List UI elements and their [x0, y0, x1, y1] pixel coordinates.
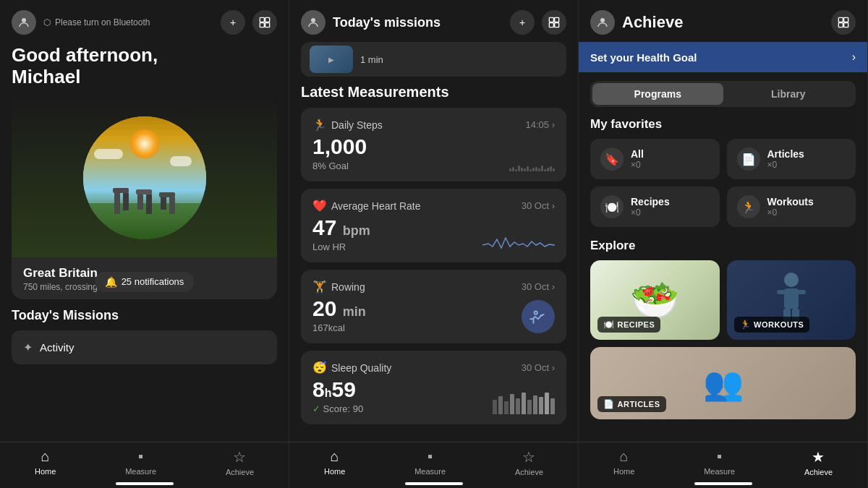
p3-nav-home[interactable]: ⌂ Home — [613, 448, 634, 476]
tab-programs[interactable]: Programs — [592, 83, 723, 105]
p2-nav-achieve[interactable]: ☆ Achieve — [515, 448, 543, 476]
sleep-meta: 30 Oct › — [522, 362, 555, 373]
explore-grid: 🥗 🍽️ RECIPES — [590, 260, 856, 419]
hr-title: Average Heart Rate — [331, 200, 420, 212]
add-button[interactable]: + — [221, 10, 245, 35]
fav-workouts[interactable]: 🏃 Workouts ×0 — [727, 187, 856, 227]
hr-sub: Low HR — [312, 241, 370, 252]
health-goal-text: Set your Health Goal — [590, 51, 697, 64]
workouts-label-text: WORKOUTS — [754, 320, 804, 329]
preview-card[interactable]: ▶ 1 min — [301, 42, 566, 77]
svg-rect-8 — [549, 23, 553, 27]
achieve-icon: ☆ — [233, 448, 246, 466]
fav-all[interactable]: 🔖 All ×0 — [590, 139, 720, 179]
p2-nav-home[interactable]: ⌂ Home — [324, 448, 345, 476]
rowing-value-area: 20 min 167kcal — [312, 296, 366, 333]
steps-title-row: 🏃 Daily Steps — [312, 118, 383, 132]
hr-wave-chart — [482, 231, 555, 252]
steps-meta: 14:05 › — [526, 119, 555, 130]
achieve-tabs: Programs Library — [590, 81, 856, 107]
card-image — [12, 98, 277, 257]
explore-articles[interactable]: 👥 📄 ARTICLES — [590, 347, 856, 419]
bluetooth-row: ⬡ Please turn on Bluetooth — [43, 17, 221, 27]
journey-card[interactable]: Great Britain 750 miles, crossing Great … — [12, 98, 277, 299]
fav-articles-count: ×0 — [767, 160, 804, 170]
p3-nav-achieve[interactable]: ★ Achieve — [804, 448, 833, 476]
heart-rate-card[interactable]: ❤️ Average Heart Rate 30 Oct › 47 bpm Lo… — [301, 189, 566, 262]
fav-recipes[interactable]: 🍽️ Recipes ×0 — [590, 187, 720, 227]
articles-label-text: ARTICLES — [618, 400, 660, 408]
workouts-label: 🏃 WORKOUTS — [734, 317, 810, 333]
panel3-header-left: Achieve — [590, 10, 683, 35]
rowing-icon: 🏋️ — [312, 280, 327, 294]
rowing-header: 🏋️ Rowing 30 Oct › — [312, 280, 555, 294]
sleep-sub: ✓ Score: 90 — [312, 403, 363, 414]
p2-settings-button[interactable] — [542, 10, 566, 35]
svg-point-16 — [784, 273, 799, 287]
rowing-title-row: 🏋️ Rowing — [312, 280, 365, 294]
p3-nav-measure-label: Measure — [704, 467, 735, 476]
svg-point-0 — [22, 18, 26, 22]
rowing-body: 20 min 167kcal — [312, 296, 555, 333]
p3-home-icon: ⌂ — [620, 448, 629, 465]
fav-recipes-icon-circle: 🍽️ — [600, 195, 624, 218]
explore-workouts[interactable]: 🏃 WORKOUTS — [727, 260, 856, 340]
steps-icon: 🏃 — [312, 118, 327, 132]
p2-measure-icon: ▪ — [427, 448, 433, 465]
greeting-area: Good afternoon,Michael — [0, 42, 289, 95]
tab-library[interactable]: Library — [723, 83, 854, 105]
p3-home-indicator — [694, 482, 752, 485]
bottom-nav: ⌂ Home ▪ Measure ☆ Achieve — [0, 442, 289, 488]
svg-rect-7 — [555, 17, 559, 22]
rowing-card[interactable]: 🏋️ Rowing 30 Oct › 20 min 167kcal — [301, 270, 566, 343]
nav-measure[interactable]: ▪ Measure — [125, 448, 156, 476]
health-goal-arrow: › — [852, 51, 856, 64]
rowing-sub: 167kcal — [312, 322, 366, 333]
sleep-header: 😴 Sleep Quality 30 Oct › — [312, 361, 555, 374]
panel3-header: Achieve — [579, 0, 867, 42]
p2-nav-home-label: Home — [324, 467, 345, 476]
nav-measure-label: Measure — [125, 467, 156, 476]
preview-duration: 1 min — [360, 54, 383, 65]
fav-all-name: All — [631, 148, 644, 160]
home-indicator — [116, 482, 174, 485]
daily-steps-card[interactable]: 🏃 Daily Steps 14:05 › 1,000 8% Goal — [301, 108, 566, 181]
fav-workouts-icon-circle: 🏃 — [737, 195, 760, 218]
rowing-exercise-icon — [522, 300, 555, 333]
svg-point-10 — [535, 311, 537, 314]
rowing-value: 20 min — [312, 296, 366, 321]
p2-nav-measure[interactable]: ▪ Measure — [414, 448, 446, 476]
articles-image: 👥 — [703, 364, 744, 403]
settings-button[interactable] — [252, 10, 277, 35]
notifications-badge[interactable]: 🔔 25 notifications — [95, 272, 195, 292]
explore-recipes[interactable]: 🥗 🍽️ RECIPES — [590, 260, 720, 340]
hr-header: ❤️ Average Heart Rate 30 Oct › — [312, 199, 555, 213]
hr-value: 47 bpm — [312, 215, 370, 240]
hr-meta: 30 Oct › — [522, 200, 555, 211]
hr-icon: ❤️ — [312, 199, 327, 213]
p3-nav-measure[interactable]: ▪ Measure — [704, 448, 735, 476]
mission-item[interactable]: ✦ Activity — [12, 330, 277, 364]
nav-achieve[interactable]: ☆ Achieve — [226, 448, 254, 476]
p3-measure-icon: ▪ — [717, 448, 722, 465]
nav-achieve-label: Achieve — [226, 468, 254, 476]
fav-articles-name: Articles — [767, 148, 804, 160]
p3-settings-button[interactable] — [831, 10, 856, 35]
svg-rect-2 — [265, 17, 270, 22]
svg-rect-1 — [260, 17, 264, 22]
nav-home[interactable]: ⌂ Home — [35, 448, 56, 476]
articles-label-icon: 📄 — [603, 399, 615, 409]
sleep-body: 8h59 ✓ Score: 90 — [312, 377, 555, 414]
panel-home: ⬡ Please turn on Bluetooth + Good aftern… — [0, 0, 289, 488]
fav-articles[interactable]: 📄 Articles ×0 — [727, 139, 856, 179]
svg-point-5 — [311, 18, 315, 22]
health-goal-banner[interactable]: Set your Health Goal › — [579, 42, 867, 72]
p2-add-button[interactable]: + — [510, 10, 535, 35]
header-icons: + — [221, 10, 277, 35]
sleep-card[interactable]: 😴 Sleep Quality 30 Oct › 8h59 ✓ Score: 9… — [301, 351, 566, 424]
panel2-header-left: Today's missions — [301, 10, 441, 35]
panel2-header: Today's missions + — [289, 0, 578, 42]
bluetooth-icon: ⬡ — [43, 17, 51, 27]
fav-articles-icon: 📄 — [741, 153, 756, 166]
measure-icon: ▪ — [138, 448, 143, 465]
